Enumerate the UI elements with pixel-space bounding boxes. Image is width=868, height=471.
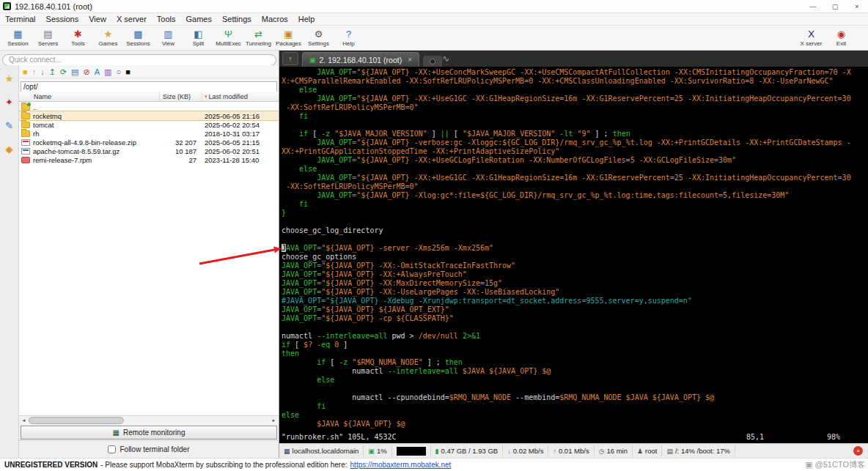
terminal-line: }: [282, 209, 868, 218]
refresh-icon[interactable]: ⟳: [60, 67, 67, 76]
menu-item-macros[interactable]: Macros: [257, 15, 293, 23]
menu-item-view[interactable]: View: [84, 15, 111, 23]
tab-close-icon[interactable]: ×: [408, 56, 412, 64]
menu-item-games[interactable]: Games: [181, 15, 217, 23]
sidebar-tab-macros[interactable]: ✎: [2, 118, 17, 133]
stop-monitoring-button[interactable]: ×: [853, 446, 863, 456]
session-icon: ▦: [13, 29, 22, 40]
toolbar-x-server-button[interactable]: XX server: [796, 26, 826, 51]
memory-icon: ▮: [435, 448, 439, 455]
sidebar-tab-sftp[interactable]: ◆: [2, 141, 17, 156]
toolbar-settings-button[interactable]: ⚙Settings: [304, 26, 334, 51]
split-icon: ◧: [194, 29, 202, 40]
file-row[interactable]: rh2018-10-31 03:17: [19, 129, 279, 138]
new-tab-button[interactable]: [423, 56, 442, 67]
menu-item-sessions[interactable]: Sessions: [41, 15, 84, 23]
terminal[interactable]: JAVA_OPT="${JAVA_OPT} -XX:+UseConcMarkSw…: [279, 67, 868, 443]
menu-item-settings[interactable]: Settings: [217, 15, 257, 23]
watermark-icon: ▣: [805, 460, 812, 470]
paperclip-icon[interactable]: ∿: [442, 53, 449, 64]
uptime-icon: ◷: [599, 448, 605, 455]
statusbar-uptime: ◷16 min: [595, 445, 633, 456]
terminal-line: $JAVA ${JAVA_OPT} $@: [282, 420, 868, 429]
encoding-icon[interactable]: A: [95, 67, 100, 76]
horizontal-scrollbar[interactable]: ◄ ►: [19, 415, 279, 425]
file-row[interactable]: tomcat2025-06-02 20:54: [19, 120, 279, 129]
toolbar-split-button[interactable]: ◧Split: [183, 26, 213, 51]
stop-icon[interactable]: ⊘: [84, 67, 90, 76]
find-icon[interactable]: ○: [116, 67, 121, 76]
sidebar-tab-strip: ★✦✎◆: [0, 65, 19, 458]
toolbar-right-group: XX server◉Exit: [796, 26, 856, 51]
terminal-line: [282, 218, 868, 226]
terminal-tab-active[interactable]: ▣ 2. 192.168.40.101 (root) ×: [302, 52, 419, 67]
menu-item-terminal[interactable]: Terminal: [0, 15, 41, 23]
terminal-line: [282, 385, 868, 393]
menu-item-tools[interactable]: Tools: [152, 15, 181, 23]
sidebar-tab-sessions[interactable]: ★: [2, 71, 17, 86]
remote-monitoring-button[interactable]: ▦ Remote monitoring: [21, 426, 277, 440]
terminal-icon[interactable]: ■: [125, 67, 130, 76]
menu-item-x-server[interactable]: X server: [111, 15, 152, 23]
terminal-line: JAVA_OPT="${JAVA_OPT} -Xlog:gc*:file=${G…: [282, 191, 868, 200]
new-file-icon[interactable]: ▤: [71, 67, 78, 76]
statusbar-host: ▦localhost.localdomain: [279, 445, 364, 456]
column-last-modified[interactable]: ▾Last modified: [202, 92, 279, 101]
terminal-line: XX:+PrintGCApplicationStoppedTime -XX:+P…: [282, 147, 868, 156]
toolbar-view-button[interactable]: ▥View: [153, 26, 183, 51]
scroll-right-button[interactable]: ►: [269, 416, 279, 425]
sftp-browser: ■↑↓↥⟳▤⊘A▥○■ Name Size (KB) ▾Last modifie…: [19, 65, 279, 458]
download-icon[interactable]: ↓: [40, 67, 45, 76]
terminal-line: choose_gc_options: [282, 253, 868, 262]
toolbar-tools-button[interactable]: ✱Tools: [63, 26, 93, 51]
file-row[interactable]: apache-tomcat-8.5.59.tar.gz10 1872025-06…: [19, 147, 279, 155]
file-row[interactable]: ..: [19, 103, 279, 111]
toolbar-multiexec-button[interactable]: ΨMultiExec: [213, 26, 243, 51]
column-size[interactable]: Size (KB): [160, 92, 202, 101]
quick-connect-input[interactable]: [2, 54, 276, 66]
file-row[interactable]: rocketmq-all-4.9.8-bin-release.zip32 207…: [19, 138, 279, 147]
upload-icon[interactable]: ↥: [49, 67, 56, 76]
toolbar-sessions-button[interactable]: ▩Sessions: [123, 26, 153, 51]
main-area: ★✦✎◆ ■↑↓↥⟳▤⊘A▥○■ Name Size (KB) ▾Last mo…: [0, 51, 868, 458]
toolbar-packages-button[interactable]: ▣Packages: [273, 26, 304, 51]
follow-terminal-label: Follow terminal folder: [119, 445, 189, 453]
home-folder-icon[interactable]: ■: [23, 67, 28, 76]
scrollbar-thumb[interactable]: [29, 417, 124, 424]
minimize-button[interactable]: —: [802, 0, 824, 12]
up-folder-icon[interactable]: ↑: [32, 67, 37, 76]
scroll-left-button[interactable]: ◄: [19, 416, 29, 425]
file-row[interactable]: rocketmq2025-06-05 21:16: [19, 111, 279, 120]
upload-speed-icon: ↑: [553, 448, 556, 455]
path-input[interactable]: [21, 81, 277, 92]
terminal-line: fi: [282, 112, 868, 121]
packages-icon: ▣: [284, 29, 293, 40]
toolbar-exit-button[interactable]: ◉Exit: [826, 26, 856, 51]
terminal-line: JAVA_OPT="${JAVA_OPT} -XX:+UseG1GC -XX:G…: [282, 174, 868, 182]
toolbar-tunneling-button[interactable]: ⇄Tunneling: [243, 26, 273, 51]
toolbar-session-button[interactable]: ▦Session: [3, 26, 33, 51]
scrollbar-track[interactable]: [29, 416, 269, 425]
menu-item-help[interactable]: Help: [293, 15, 320, 23]
file-row[interactable]: remi-release-7.rpm272023-11-28 15:40: [19, 155, 279, 164]
toolbar-games-button[interactable]: ★Games: [93, 26, 123, 51]
tab-nav-up-button[interactable]: ↑: [282, 52, 298, 65]
sidebar-tab-tools[interactable]: ✦: [2, 94, 17, 109]
file-list-header: Name Size (KB) ▾Last modified: [19, 92, 279, 102]
maximize-button[interactable]: ▢: [824, 0, 846, 12]
follow-terminal-checkbox[interactable]: [108, 445, 116, 453]
cpu-graph: [397, 447, 426, 456]
toolbar-help-button[interactable]: ?Help: [334, 26, 364, 51]
vim-status-line: "runbroker.sh" 105L, 4532C 85,1 98%: [282, 433, 868, 443]
close-button[interactable]: ×: [846, 0, 868, 12]
main-toolbar: ▦Session▤Servers✱Tools★Games▩Sessions▥Vi…: [0, 26, 868, 51]
statusbar-cpu-graph: [392, 445, 431, 456]
terminal-line: else: [282, 376, 868, 385]
toolbar-servers-button[interactable]: ▤Servers: [33, 26, 63, 51]
column-name[interactable]: Name: [19, 92, 160, 101]
footer-link[interactable]: https://mobaxterm.mobatek.net: [350, 461, 452, 469]
chart-icon[interactable]: ▥: [104, 67, 111, 76]
help-icon: ?: [346, 29, 351, 40]
terminal-line: JAVA_OPT="${JAVA_OPT} -XX:+UseConcMarkSw…: [282, 68, 868, 77]
window-controls: — ▢ ×: [802, 0, 868, 12]
